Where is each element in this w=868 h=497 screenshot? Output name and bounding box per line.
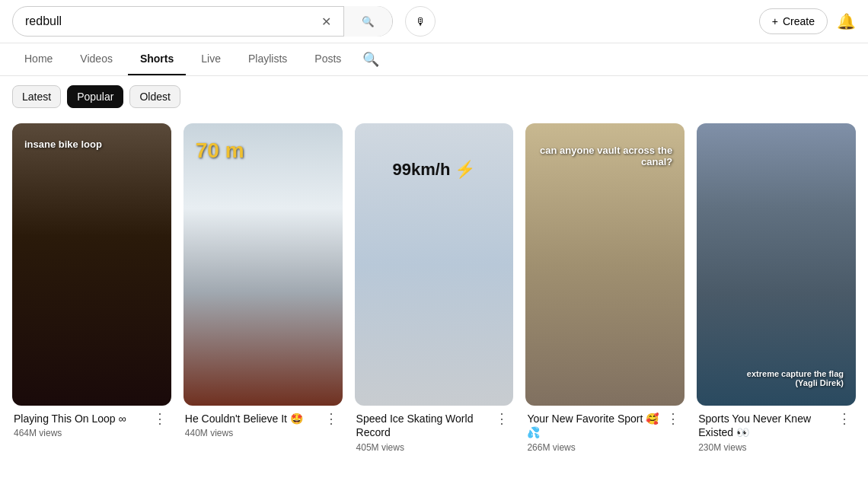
short-card-1[interactable]: insane bike loop Playing This On Loop ∞ … <box>12 123 171 453</box>
notification-button[interactable]: 🔔 <box>837 12 856 30</box>
short-card-5[interactable]: extreme capture the flag (Yagli Direk) S… <box>697 123 856 453</box>
short-thumbnail-1: insane bike loop <box>12 123 171 406</box>
short-info-2: He Couldn't Believe It 🤩 440M views ⋮ <box>183 412 343 438</box>
short-menu-button-5[interactable]: ⋮ <box>834 410 854 427</box>
short-views-1: 464M views <box>14 428 150 438</box>
short-title-5: Sports You Never Knew Existed 👀 <box>698 412 834 439</box>
filter-row: Latest Popular Oldest <box>0 76 868 117</box>
short-overlay-text-5: extreme capture the flag (Yagli Direk) <box>741 363 850 393</box>
short-menu-button-1[interactable]: ⋮ <box>150 410 170 427</box>
short-info-3: Speed Ice Skating World Record 405M view… <box>355 412 514 452</box>
search-bar: ✕ 🔍 <box>12 6 393 37</box>
short-card-3[interactable]: 99km/h ⚡ Speed Ice Skating World Record … <box>355 123 514 453</box>
short-views-2: 440M views <box>185 428 321 438</box>
header-right: + Create 🔔 <box>759 8 856 34</box>
create-label: Create <box>783 15 815 27</box>
nav-tabs: Home Videos Shorts Live Playlists Posts … <box>0 43 868 76</box>
filter-popular[interactable]: Popular <box>67 85 123 108</box>
filter-oldest[interactable]: Oldest <box>129 85 180 108</box>
shorts-grid: insane bike loop Playing This On Loop ∞ … <box>0 117 868 471</box>
search-icon: 🔍 <box>362 16 375 27</box>
short-title-4: Your New Favorite Sport 🥰💦 <box>527 412 663 439</box>
clear-button[interactable]: ✕ <box>315 11 337 32</box>
header-left: ✕ 🔍 🎙 <box>0 6 436 37</box>
short-menu-button-3[interactable]: ⋮ <box>492 410 512 427</box>
tab-live[interactable]: Live <box>189 43 233 75</box>
mic-icon: 🎙 <box>416 16 426 27</box>
short-overlay-text-3: 99km/h ⚡ <box>387 154 482 186</box>
filter-latest[interactable]: Latest <box>12 85 61 108</box>
clear-icon: ✕ <box>321 15 331 28</box>
short-info-1: Playing This On Loop ∞ 464M views ⋮ <box>12 412 171 438</box>
short-overlay-text-1: insane bike loop <box>18 132 108 156</box>
header: ✕ 🔍 🎙 + Create 🔔 <box>0 0 868 43</box>
short-text-1: Playing This On Loop ∞ 464M views <box>14 412 150 438</box>
tab-playlists[interactable]: Playlists <box>236 43 299 75</box>
short-text-4: Your New Favorite Sport 🥰💦 266M views <box>527 412 663 452</box>
short-menu-button-2[interactable]: ⋮ <box>321 410 341 427</box>
plus-icon: + <box>772 15 778 27</box>
create-button[interactable]: + Create <box>759 8 828 34</box>
notification-icon: 🔔 <box>837 13 856 30</box>
short-title-3: Speed Ice Skating World Record <box>356 412 493 439</box>
short-info-5: Sports You Never Knew Existed 👀 230M vie… <box>697 412 856 452</box>
short-text-5: Sports You Never Knew Existed 👀 230M vie… <box>698 412 834 452</box>
short-card-2[interactable]: 70 m He Couldn't Believe It 🤩 440M views… <box>183 123 343 453</box>
short-text-2: He Couldn't Believe It 🤩 440M views <box>185 412 321 438</box>
short-menu-button-4[interactable]: ⋮ <box>663 410 683 427</box>
short-title-1: Playing This On Loop ∞ <box>14 412 150 425</box>
tab-shorts[interactable]: Shorts <box>128 43 186 75</box>
mic-button[interactable]: 🎙 <box>405 6 436 37</box>
short-text-3: Speed Ice Skating World Record 405M view… <box>356 412 493 452</box>
search-submit-button[interactable]: 🔍 <box>343 6 392 37</box>
short-title-2: He Couldn't Believe It 🤩 <box>185 412 321 425</box>
short-thumbnail-4: can anyone vault across the canal? <box>525 123 685 406</box>
nav-search-icon[interactable]: 🔍 <box>362 51 379 68</box>
tab-posts[interactable]: Posts <box>302 43 353 75</box>
search-input[interactable] <box>25 14 315 28</box>
short-overlay-text-4: can anyone vault across the canal? <box>525 139 678 174</box>
short-views-5: 230M views <box>698 442 834 453</box>
short-views-4: 266M views <box>527 442 663 453</box>
short-thumbnail-2: 70 m <box>183 123 343 406</box>
short-views-3: 405M views <box>356 442 493 453</box>
tab-home[interactable]: Home <box>12 43 65 75</box>
short-thumbnail-5: extreme capture the flag (Yagli Direk) <box>697 123 856 406</box>
short-overlay-text-2: 70 m <box>190 132 251 169</box>
short-thumbnail-3: 99km/h ⚡ <box>355 123 514 406</box>
tab-videos[interactable]: Videos <box>68 43 125 75</box>
short-info-4: Your New Favorite Sport 🥰💦 266M views ⋮ <box>525 412 685 452</box>
short-card-4[interactable]: can anyone vault across the canal? Your … <box>525 123 685 453</box>
